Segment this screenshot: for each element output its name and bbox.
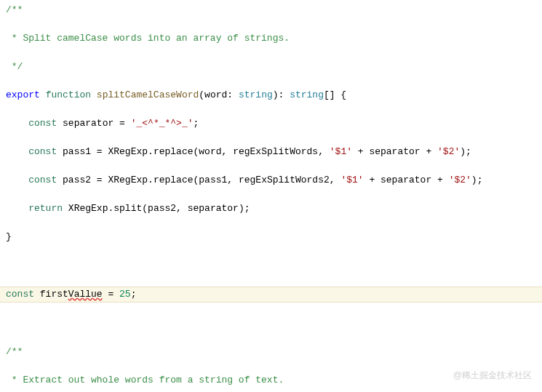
arg: regExSplitWords: [233, 146, 318, 157]
number-literal: 25: [119, 289, 131, 300]
keyword: return: [28, 203, 63, 214]
error-identifier: Vallue: [68, 289, 103, 300]
call: XRegExp.split: [68, 203, 142, 214]
arg: separator: [188, 203, 239, 214]
code-line: [0, 316, 542, 331]
variable: separator: [380, 175, 431, 185]
keyword: function: [46, 89, 91, 100]
code-line: /**: [0, 345, 542, 359]
type: string: [290, 89, 324, 100]
variable: separator: [369, 146, 420, 157]
comment: * Split camelCase words into an array of…: [6, 33, 290, 44]
keyword: export: [6, 89, 40, 100]
code-line: export function splitCamelCaseWord(word:…: [0, 88, 542, 103]
function-name: splitCamelCaseWord: [97, 89, 199, 100]
keyword: const: [6, 289, 34, 300]
string-literal: '$2': [449, 175, 471, 185]
arg: regExSplitWords2: [239, 175, 330, 185]
keyword: const: [28, 118, 57, 129]
code-line: [0, 258, 542, 273]
string-literal: '_<^*_*^>_': [131, 118, 194, 129]
comment: /**: [6, 346, 23, 357]
string-literal: '$2': [437, 146, 460, 157]
code-line: /**: [0, 3, 542, 17]
code-line: return XRegExp.split(pass2, separator);: [0, 201, 542, 216]
call: XRegExp.replace: [108, 175, 193, 185]
code-line: * Extract out whole words from a string …: [0, 373, 542, 388]
keyword: const: [28, 146, 57, 157]
variable: separator: [63, 118, 113, 129]
comment: /**: [6, 4, 23, 15]
code-line: }: [0, 230, 542, 244]
arg: pass1: [199, 175, 227, 185]
code-line: */: [0, 60, 542, 74]
comment: */: [6, 61, 23, 72]
highlighted-line: const firstfirstVallueVallue = 25;: [0, 287, 542, 303]
type: string: [239, 89, 273, 100]
param: word: [204, 89, 227, 100]
code-line: const pass1 = XRegExp.replace(word, regE…: [0, 145, 542, 159]
code-line: * Split camelCase words into an array of…: [0, 31, 542, 46]
string-literal: '$1': [340, 175, 363, 185]
variable: pass1: [63, 146, 91, 157]
variable: pass2: [63, 175, 91, 185]
keyword: const: [28, 175, 57, 185]
code-line: const pass2 = XRegExp.replace(pass1, reg…: [0, 173, 542, 188]
comment: * Extract out whole words from a string …: [6, 375, 284, 385]
arg: word: [199, 146, 221, 157]
code-editor[interactable]: /** * Split camelCase words into an arra…: [0, 3, 542, 392]
string-literal: '$1': [330, 146, 352, 157]
arg: pass2: [148, 203, 176, 214]
call: XRegExp.replace: [108, 146, 193, 157]
code-line: const separator = '_<^*_*^>_';: [0, 116, 542, 131]
